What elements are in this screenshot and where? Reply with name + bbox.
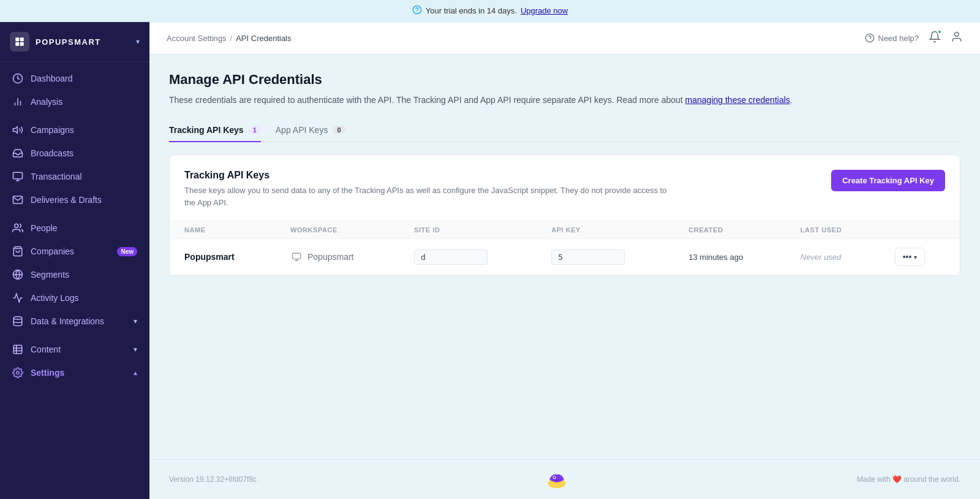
sidebar-item-label: Dashboard xyxy=(31,74,137,83)
header-actions: Need help? xyxy=(865,31,963,45)
banner-text: Your trial ends in 14 days. xyxy=(426,6,517,15)
breadcrumb-parent[interactable]: Account Settings xyxy=(167,34,227,43)
col-actions xyxy=(880,221,960,239)
key-name: Popupsmart xyxy=(184,252,235,262)
sidebar-item-label: Content xyxy=(31,345,126,354)
card-description: These keys allow you to send data to any… xyxy=(184,185,674,208)
svg-point-32 xyxy=(554,477,555,478)
upgrade-link[interactable]: Upgrade now xyxy=(521,6,568,15)
svg-rect-3 xyxy=(20,37,24,41)
footer-version: Version 19.12.32+6fd07f8c xyxy=(169,475,257,484)
breadcrumb-separator: / xyxy=(230,34,233,43)
sidebar-item-analysis[interactable]: Analysis xyxy=(0,90,149,113)
svg-rect-5 xyxy=(20,42,24,46)
people-icon xyxy=(12,223,23,234)
dashboard-icon xyxy=(12,73,23,84)
page-footer: Version 19.12.32+6fd07f8c Made with ❤️ a… xyxy=(149,459,980,499)
sidebar-item-segments[interactable]: Segments xyxy=(0,263,149,286)
help-label: Need help? xyxy=(878,34,919,43)
sidebar-item-companies[interactable]: Companies New xyxy=(0,240,149,263)
main-content: Account Settings / API Credentials Need … xyxy=(149,22,980,499)
activity-icon xyxy=(12,292,23,303)
last-used: Never used xyxy=(801,253,841,262)
sidebar-item-label: Activity Logs xyxy=(31,293,137,303)
help-button[interactable]: Need help? xyxy=(865,33,919,43)
col-created: CREATED xyxy=(674,221,786,239)
deliveries-icon xyxy=(12,194,23,205)
sidebar-item-label: Broadcasts xyxy=(31,148,137,158)
sidebar-item-dashboard[interactable]: Dashboard xyxy=(0,67,149,90)
sidebar-item-label: Data & Integrations xyxy=(31,316,126,326)
card-header-text: Tracking API Keys These keys allow you t… xyxy=(184,170,674,208)
sidebar-header[interactable]: POPUPSMART ▾ xyxy=(0,22,149,62)
companies-icon xyxy=(12,246,23,257)
chevron-up-icon: ▴ xyxy=(134,368,137,377)
chevron-down-icon: ▾ xyxy=(134,317,137,326)
sidebar-item-activity-logs[interactable]: Activity Logs xyxy=(0,286,149,310)
broadcasts-icon xyxy=(12,148,23,159)
notification-button[interactable] xyxy=(929,31,941,45)
svg-point-18 xyxy=(13,317,22,320)
sidebar-item-label: Segments xyxy=(31,270,137,280)
managing-credentials-link[interactable]: managing these credentials xyxy=(685,95,790,105)
sidebar-item-people[interactable]: People xyxy=(0,216,149,240)
segments-icon xyxy=(12,269,23,280)
analysis-icon xyxy=(12,96,23,107)
sidebar-item-broadcasts[interactable]: Broadcasts xyxy=(0,142,149,165)
sidebar-item-label: Companies xyxy=(31,246,110,256)
tab-tracking-label: Tracking API Keys xyxy=(169,125,244,135)
sidebar-item-content[interactable]: Content ▾ xyxy=(0,338,149,361)
page-header: Account Settings / API Credentials Need … xyxy=(149,22,980,55)
svg-rect-27 xyxy=(292,253,300,259)
sidebar-item-data-integrations[interactable]: Data & Integrations ▾ xyxy=(0,310,149,333)
chevron-down-icon: ▾ xyxy=(134,345,137,354)
svg-marker-10 xyxy=(13,127,18,134)
sidebar-item-label: People xyxy=(31,223,137,233)
card-header: Tracking API Keys These keys allow you t… xyxy=(170,155,960,208)
page-title: Manage API Credentials xyxy=(169,72,960,88)
tab-tracking-count: 1 xyxy=(249,126,261,134)
sidebar-item-deliveries[interactable]: Deliveries & Drafts xyxy=(0,188,149,211)
card-title: Tracking API Keys xyxy=(184,170,674,181)
sidebar-item-label: Analysis xyxy=(31,97,137,107)
footer-logo xyxy=(545,470,569,489)
notification-dot xyxy=(937,29,942,34)
sidebar: POPUPSMART ▾ Dashboard Analysis xyxy=(0,22,149,499)
transactional-icon xyxy=(12,171,23,182)
new-badge: New xyxy=(117,247,137,256)
user-profile-button[interactable] xyxy=(951,31,963,45)
created-time: 13 minutes ago xyxy=(688,253,743,262)
content-icon xyxy=(12,344,23,355)
svg-point-26 xyxy=(955,32,959,37)
tab-tracking-api-keys[interactable]: Tracking API Keys 1 xyxy=(169,119,261,142)
tab-app-count: 0 xyxy=(333,126,345,134)
svg-rect-2 xyxy=(15,37,19,41)
sidebar-item-campaigns[interactable]: Campaigns xyxy=(0,118,149,142)
create-tracking-api-key-button[interactable]: Create Tracking API Key xyxy=(831,170,945,191)
breadcrumb: Account Settings / API Credentials xyxy=(167,34,292,43)
tracking-api-card: Tracking API Keys These keys allow you t… xyxy=(169,154,960,276)
chevron-down-icon: ▾ xyxy=(914,254,917,261)
sidebar-item-settings[interactable]: Settings ▴ xyxy=(0,361,149,384)
tab-app-api-keys[interactable]: App API Keys 0 xyxy=(276,119,345,142)
svg-rect-4 xyxy=(15,42,19,46)
settings-icon xyxy=(12,367,23,378)
help-circle-icon xyxy=(412,5,422,17)
page-body: Manage API Credentials These credentials… xyxy=(149,55,980,459)
breadcrumb-current: API Credentials xyxy=(236,34,291,43)
sidebar-logo-icon xyxy=(10,32,29,51)
col-workspace: WORKSPACE xyxy=(276,221,399,239)
sidebar-item-label: Deliveries & Drafts xyxy=(31,195,137,205)
footer-made-with: Made with ❤️ around the world. xyxy=(857,475,960,484)
svg-rect-11 xyxy=(13,172,23,179)
dots-icon: ••• xyxy=(903,252,912,262)
chevron-down-icon: ▾ xyxy=(136,37,140,46)
api-keys-table: NAME WORKSPACE SITE ID API KEY CREATED L… xyxy=(170,221,960,275)
sidebar-item-label: Campaigns xyxy=(31,125,137,135)
col-last-used: LAST USED xyxy=(786,221,880,239)
row-actions-button[interactable]: ••• ▾ xyxy=(895,248,925,266)
workspace-cell: Popupsmart xyxy=(290,251,385,263)
sidebar-nav: Dashboard Analysis Campaigns xyxy=(0,62,149,499)
svg-point-14 xyxy=(15,224,18,227)
sidebar-item-transactional[interactable]: Transactional xyxy=(0,165,149,188)
